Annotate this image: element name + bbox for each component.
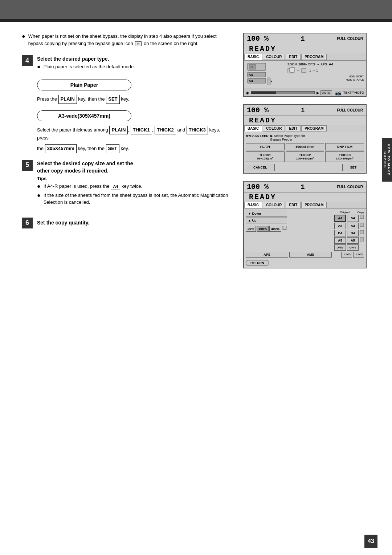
- screen2-cancel-btn[interactable]: CANCEL: [246, 164, 275, 171]
- svg-rect-16: [360, 223, 364, 227]
- step4-bullet-dot: ●: [37, 63, 41, 71]
- screen3-ams-btn[interactable]: AMS: [289, 252, 332, 258]
- step4-row: 4 Select the desired paper type. ● Plain…: [22, 56, 232, 72]
- screen2-305-btn[interactable]: 305×457mm: [286, 143, 324, 150]
- screen1-tab-colour[interactable]: COLOUR: [263, 54, 285, 60]
- screen3-univ-orig[interactable]: UNIV: [334, 244, 346, 251]
- thick2-key[interactable]: THICK2: [155, 126, 176, 135]
- screen2-count: 1: [301, 107, 305, 114]
- plain-paper-box-container: Plain Paper: [37, 77, 232, 93]
- screen3-zoom400[interactable]: 400%: [269, 226, 281, 232]
- progress-bar-fill: [251, 92, 276, 94]
- tip1-text: If A4-R paper is used, press the A4 key …: [44, 183, 143, 190]
- screen1-tab-edit[interactable]: EDIT: [286, 54, 301, 60]
- screen2-tabs[interactable]: BASIC COLOUR EDIT PROGRAM: [244, 125, 366, 132]
- screen3-a5-orig[interactable]: A5: [334, 237, 346, 244]
- screen3-fullcolour: FULL COLOUR: [337, 185, 363, 189]
- plain-paper-box: Plain Paper: [37, 80, 131, 90]
- screen1-tab-basic[interactable]: BASIC: [244, 54, 262, 60]
- screen3-a5-copy[interactable]: A5: [347, 237, 359, 244]
- copy-icon-a3: [360, 223, 364, 227]
- svg-rect-14: [283, 226, 287, 229]
- bullet-intro-text: When paper is not set on the sheet bypas…: [28, 33, 232, 47]
- screen2-body: BYPASS FEED ▶ Select Paper Type for Bypa…: [244, 132, 366, 173]
- screen2-tab-program[interactable]: PROGRAM: [301, 125, 327, 131]
- screen2-tab-basic[interactable]: BASIC: [244, 125, 262, 131]
- screen1-header: 100 % 1 FULL COLOUR: [244, 33, 366, 44]
- screen3-univ-btn2[interactable]: UNIV: [353, 252, 364, 258]
- screen2-thick3-btn[interactable]: THICK3 141~209g/m²: [325, 151, 364, 162]
- svg-rect-18: [360, 238, 364, 241]
- tip1: ● If A4-R paper is used, press the A4 ke…: [37, 183, 232, 190]
- screen3-zoom100[interactable]: 100%: [257, 226, 269, 232]
- screen3-tab-edit[interactable]: EDIT: [286, 202, 301, 208]
- plain-thick-key[interactable]: PLAIN: [109, 126, 128, 135]
- svg-text:A3: A3: [249, 79, 253, 83]
- screen2-thick2-btn[interactable]: THICK2 106~140g/m²: [286, 151, 324, 162]
- bullet-intro-item: ● When paper is not set on the sheet byp…: [22, 33, 232, 47]
- thick3-key[interactable]: THICK3: [187, 126, 208, 135]
- screen3-tab-colour[interactable]: COLOUR: [263, 202, 285, 208]
- screen3-tab-program[interactable]: PROGRAM: [301, 202, 327, 208]
- screen3-univ-btn1[interactable]: UNIV: [341, 252, 352, 258]
- screen2-plain-btn[interactable]: PLAIN: [246, 143, 285, 150]
- copy-icon-a5: [360, 237, 364, 242]
- main-content: ● When paper is not set on the sheet byp…: [0, 22, 392, 297]
- screen3-tabs[interactable]: BASIC COLOUR EDIT PROGRAM: [244, 202, 366, 209]
- screen2-thick1-btn[interactable]: THICK1 91~105g/m²: [246, 151, 285, 162]
- screen3-a3-orig[interactable]: A3: [334, 223, 346, 229]
- screen3-down-btn[interactable]: ▼ Down: [246, 211, 287, 216]
- set-key-1[interactable]: SET: [106, 95, 119, 104]
- screen3-a4-orig[interactable]: A4: [334, 215, 346, 222]
- screen3-a4-row: A4 A4: [290, 215, 364, 222]
- screen3-aps-btn[interactable]: APS: [246, 252, 288, 258]
- plain-key[interactable]: PLAIN: [58, 95, 77, 104]
- screen3-controls: ▼ Down ▲ Up 25% 100% 400%: [246, 211, 364, 251]
- screen2-set-btn[interactable]: SET: [342, 164, 364, 171]
- set-key-2[interactable]: SET: [106, 144, 119, 153]
- screen2-header: 100 % 1 FULL COLOUR: [244, 105, 366, 116]
- step6-row: 6 Set the copy quantity.: [22, 218, 232, 228]
- screen2-bypass-header: BYPASS FEED ▶ Select Paper Type for Bypa…: [246, 134, 364, 141]
- side-tab-label: HOW TO MAKE COPIES: [383, 142, 391, 178]
- auto-btn[interactable]: AUTO: [320, 90, 332, 95]
- screen3-tab-basic[interactable]: BASIC: [244, 202, 262, 208]
- screen2-tab-colour[interactable]: COLOUR: [263, 125, 285, 131]
- screen3-return-btn[interactable]: RETURN: [246, 260, 269, 266]
- screen2-fullcolour: FULL COLOUR: [337, 108, 363, 112]
- screen1-copies-row: → 1 → 1: [287, 67, 364, 74]
- step6-number: 6: [22, 218, 33, 228]
- screen3-up-btn[interactable]: ▲ Up: [246, 218, 287, 223]
- a3wide-box: A3-wide(305X457mm): [37, 110, 131, 121]
- screen1-info: ZOOM 100% ORG → APS A4 →: [287, 62, 364, 87]
- bypass-icon: ⊡: [135, 41, 142, 46]
- screen3-zoom25[interactable]: 25%: [246, 226, 256, 232]
- svg-text:A4: A4: [249, 73, 253, 77]
- step5-row: 5 Select the desired copy size and set t…: [22, 161, 232, 207]
- screen1: 100 % 1 FULL COLOUR READY BASIC COLOUR E…: [243, 33, 367, 97]
- screen3-univ-row: UNIV UNIV: [290, 244, 364, 251]
- press-plain-row: Press the PLAIN key, then the SET key.: [37, 95, 232, 104]
- screen3-a3-copy[interactable]: A3: [347, 223, 359, 229]
- 305key[interactable]: 305X457mm: [45, 144, 77, 153]
- copy-icon-a4: [360, 215, 364, 219]
- a4-key[interactable]: A4: [111, 183, 120, 190]
- screen3-b4-copy[interactable]: B4: [347, 230, 359, 236]
- screen2-ohp-btn[interactable]: OHP FILM: [325, 143, 364, 150]
- screen2-tab-edit[interactable]: EDIT: [286, 125, 301, 131]
- thick1-key[interactable]: THICK1: [131, 126, 152, 135]
- screen1-body: ⊡ A4 A3: [244, 61, 366, 89]
- screen2-bypass-grid: PLAIN 305×457mm OHP FILM THICK1 91~105g/…: [246, 143, 364, 162]
- screen3-univ-copy[interactable]: UNIV: [347, 244, 359, 251]
- svg-text:⊡: ⊡: [251, 66, 253, 68]
- step6-title: Set the copy quantity.: [37, 220, 89, 226]
- screen1-tray-area: ⊡ A4 A3: [246, 62, 286, 87]
- screen1-tab-program[interactable]: PROGRAM: [301, 54, 327, 60]
- step5-number: 5: [22, 160, 33, 171]
- select-thickness-text1: Select the paper thickness among: [37, 127, 108, 133]
- page-number: 43: [364, 535, 377, 548]
- screen1-tabs[interactable]: BASIC COLOUR EDIT PROGRAM: [244, 53, 366, 61]
- screen3-b4-orig[interactable]: B4: [334, 230, 346, 236]
- svg-rect-17: [360, 230, 364, 234]
- screen3-a4-copy[interactable]: A4: [347, 215, 359, 222]
